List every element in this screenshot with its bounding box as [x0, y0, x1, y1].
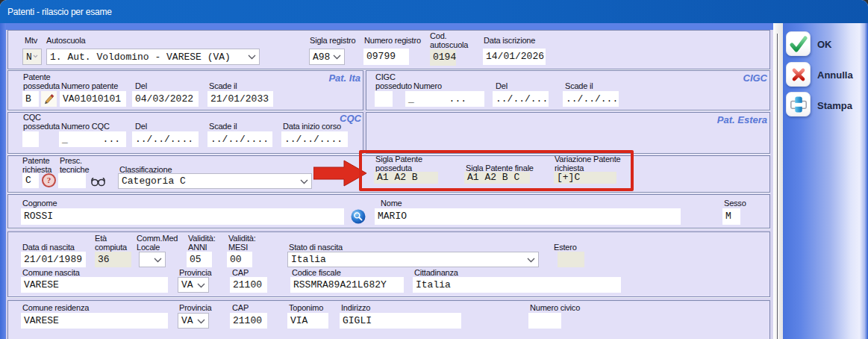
- estero-field: [558, 252, 584, 267]
- toponimo-input[interactable]: VIA: [287, 313, 328, 329]
- chevron-down-icon: [33, 55, 38, 58]
- cigc-posseduto-input[interactable]: [375, 91, 393, 107]
- stampa-button-label[interactable]: Stampa: [817, 100, 852, 111]
- validita-anni-label: Validità: ANNI: [188, 234, 216, 252]
- estero-label: Estero: [554, 243, 577, 252]
- chevron-down-icon: [154, 258, 162, 263]
- cognome-input[interactable]: ROSSI: [21, 208, 344, 225]
- cqc-tag: CQC: [340, 113, 361, 124]
- data-nascita-input[interactable]: 21/01/1989: [21, 252, 86, 267]
- cigc-numero-input[interactable]: _ ...: [405, 91, 484, 107]
- stampa-button[interactable]: [786, 92, 811, 116]
- cap-residenza-input[interactable]: 21100: [230, 313, 267, 329]
- chevron-down-icon: [197, 319, 205, 324]
- glasses-icon[interactable]: [90, 175, 106, 187]
- cigc-del-input[interactable]: ../../....: [493, 91, 549, 107]
- cod-autoscuola-label: Cod. autoscuola: [430, 31, 468, 49]
- cittadinanza-input[interactable]: Italia: [413, 277, 621, 293]
- checkmark-icon: [790, 36, 808, 52]
- mtv-value: N: [26, 52, 32, 63]
- patenti-dialog: Patenti - rilascio per esame Mtv N Autos…: [0, 0, 868, 339]
- cqc-del-input[interactable]: ../../....: [132, 131, 199, 147]
- stato-nascita-select[interactable]: Italia: [287, 252, 539, 267]
- search-icon[interactable]: [351, 209, 366, 224]
- nome-input[interactable]: MARIO: [375, 208, 681, 225]
- variazione-label: Variazione Patente richiesta: [555, 155, 621, 172]
- ok-button-label[interactable]: OK: [817, 39, 832, 50]
- sigla-registro-select[interactable]: A98: [309, 49, 345, 65]
- provincia-residenza-value: VA: [181, 315, 193, 326]
- patente-del-input[interactable]: 04/03/2022: [132, 91, 199, 107]
- eta-label: Età compiuta: [95, 234, 127, 252]
- numero-civico-input[interactable]: [528, 313, 561, 329]
- classificazione-select[interactable]: Categoria C: [118, 173, 312, 189]
- splitter-line: [777, 34, 778, 339]
- sigla-posseduta-field: A1 A2 B: [374, 172, 438, 184]
- comune-residenza-label: Comune residenza: [22, 303, 89, 312]
- mtv-label: Mtv: [25, 36, 37, 45]
- x-icon: [791, 67, 806, 82]
- edit-patente-button[interactable]: [41, 91, 57, 107]
- provincia-residenza-select[interactable]: VA: [178, 313, 209, 329]
- validita-anni-input[interactable]: 05: [187, 252, 212, 267]
- indirizzo-input[interactable]: GIGLI: [340, 313, 461, 329]
- cigc-numero-label: Numero: [413, 81, 442, 90]
- numero-registro-input[interactable]: 09799: [363, 49, 409, 65]
- cqc-numero-label: Numero CQC: [61, 122, 110, 131]
- sesso-label: Sesso: [724, 199, 746, 208]
- toponimo-label: Toponimo: [289, 303, 323, 312]
- cigc-posseduto-label: CIGC posseduto: [375, 72, 412, 90]
- chevron-down-icon: [300, 179, 308, 184]
- chevron-down-icon: [248, 55, 256, 60]
- cqc-numero-input[interactable]: _ ...: [59, 131, 126, 147]
- comune-nascita-label: Comune nascita: [22, 268, 80, 277]
- cqc-scade-label: Scade il: [209, 122, 237, 131]
- annulla-button[interactable]: [786, 62, 811, 87]
- cqc-scade-input[interactable]: ../../....: [207, 131, 272, 147]
- indirizzo-label: Indirizzo: [341, 303, 370, 312]
- cittadinanza-label: Cittadinanza: [414, 268, 458, 277]
- mtv-select[interactable]: N: [22, 49, 42, 65]
- patente-posseduta-input[interactable]: B: [22, 91, 39, 107]
- cap-residenza-label: CAP: [232, 303, 249, 312]
- numero-patente-input[interactable]: VA01010101: [60, 91, 126, 107]
- validita-mesi-label: Validità: MESI: [228, 234, 256, 252]
- annulla-button-label[interactable]: Annulla: [817, 69, 853, 81]
- patente-scade-input[interactable]: 21/01/2033: [207, 91, 273, 107]
- sigla-registro-value: A98: [313, 52, 330, 63]
- validita-mesi-input[interactable]: 00: [227, 252, 252, 267]
- patente-del-label: Del: [135, 81, 147, 90]
- provincia-residenza-label: Provincia: [179, 303, 211, 312]
- comune-residenza-input[interactable]: VARESE: [21, 313, 168, 329]
- cigc-scade-input[interactable]: ../../....: [563, 91, 619, 107]
- cqc-posseduta-label: CQC posseduta: [23, 113, 60, 131]
- sigla-posseduta-label: Sigla Patente posseduta: [375, 155, 422, 172]
- help-icon[interactable]: ?: [42, 173, 56, 187]
- cqc-inizio-input[interactable]: ../../....: [281, 131, 348, 147]
- numero-registro-label: Numero registro: [364, 36, 421, 45]
- patente-richiesta-input[interactable]: C: [22, 173, 39, 188]
- codice-fiscale-label: Codice fiscale: [292, 268, 341, 277]
- sesso-input[interactable]: M: [722, 208, 740, 225]
- pat-ita-tag: Pat. Ita: [328, 72, 360, 84]
- sigla-finale-field: A1 A2 B C: [464, 172, 530, 184]
- comune-nascita-input[interactable]: VARESE: [21, 277, 168, 293]
- presc-tecniche-input[interactable]: [58, 173, 86, 188]
- classificazione-value: Categoria C: [122, 175, 186, 187]
- window-border-top: [6, 23, 773, 30]
- ok-button[interactable]: [786, 31, 811, 56]
- codice-fiscale-input[interactable]: RSSMRA89A21L682Y: [290, 277, 404, 293]
- patente-posseduta-label: Patente posseduta: [23, 72, 60, 90]
- provincia-nascita-select[interactable]: VA: [178, 277, 209, 293]
- comm-med-select[interactable]: [139, 252, 166, 267]
- cognome-label: Cognome: [22, 199, 57, 208]
- cqc-posseduta-input[interactable]: [22, 131, 39, 147]
- chevron-down-icon: [527, 258, 535, 263]
- data-iscrizione-input[interactable]: 14/01/2026: [483, 49, 546, 65]
- provincia-nascita-value: VA: [181, 279, 193, 290]
- stato-nascita-value: Italia: [291, 254, 326, 265]
- printer-icon: [790, 96, 808, 113]
- variazione-field: [+]C: [554, 172, 616, 184]
- cap-nascita-input[interactable]: 21100: [230, 277, 267, 293]
- autoscuola-select[interactable]: 1. Aut. Voldomino - VARESE (VA): [46, 49, 260, 65]
